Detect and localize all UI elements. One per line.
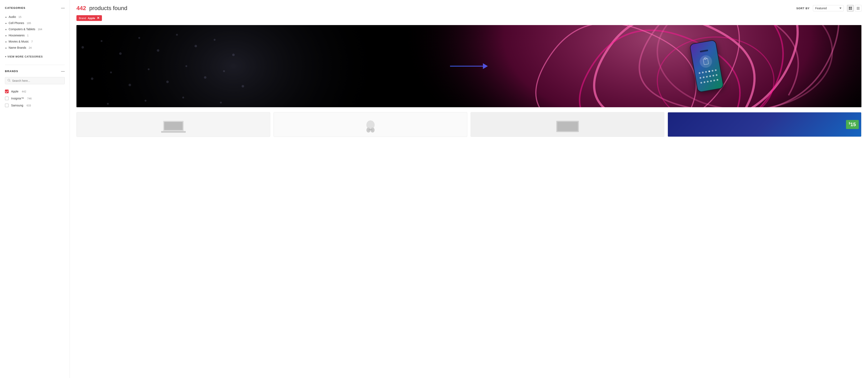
brand-item-apple[interactable]: Apple 442	[5, 88, 65, 95]
product-card[interactable]	[76, 112, 270, 137]
filter-tag-value: Apple	[88, 17, 95, 20]
svg-point-53	[223, 70, 225, 72]
chevron-up-icon: ▲	[5, 40, 7, 43]
brand-search-box[interactable]	[5, 77, 65, 84]
category-count: 15	[19, 15, 21, 19]
brand-count: 633	[27, 104, 31, 107]
chevron-up-icon: ▲	[5, 16, 7, 18]
view-toggle	[847, 5, 861, 11]
svg-rect-82	[351, 25, 861, 107]
svg-point-44	[214, 39, 216, 41]
filter-tags: Brand Apple ✕	[76, 15, 861, 21]
products-label: products found	[89, 5, 127, 11]
product-grid: $15	[76, 112, 861, 137]
brand-checkbox-samsung[interactable]	[5, 103, 9, 107]
svg-point-51	[185, 65, 187, 67]
brand-search-input[interactable]	[12, 79, 62, 83]
category-name: Name Brands	[9, 46, 26, 49]
promo-banner	[76, 25, 861, 107]
brand-filter-tag: Brand Apple ✕	[76, 15, 102, 21]
svg-point-52	[204, 76, 206, 79]
svg-rect-7	[857, 8, 860, 9]
brands-header: BRANDS —	[5, 69, 65, 73]
brand-name: Samsung	[11, 104, 23, 107]
sidebar: CATEGORIES — ▲ Audio 15 ▲ Cell Phones 16…	[0, 0, 70, 378]
category-count: 164	[38, 28, 42, 31]
svg-point-54	[242, 85, 244, 88]
category-count: 24	[29, 46, 32, 49]
category-name: Cell Phones	[9, 21, 24, 25]
svg-rect-9	[76, 25, 391, 107]
grid-view-button[interactable]	[847, 5, 854, 11]
svg-rect-5	[850, 8, 852, 10]
sort-and-view: SORT BY Featured Price Low to High Price…	[796, 5, 861, 11]
brand-checkbox-insignia[interactable]	[5, 97, 9, 100]
svg-point-48	[129, 84, 131, 86]
category-count: 7	[31, 40, 33, 43]
category-name: Audio	[9, 15, 16, 19]
brand-name: Apple	[11, 90, 19, 93]
svg-rect-86	[164, 122, 183, 130]
brand-checkbox-apple[interactable]	[5, 90, 9, 93]
category-item[interactable]: ▲ Name Brands 24	[5, 44, 65, 51]
category-count: 1	[27, 34, 29, 37]
brand-name: Insignia™	[11, 97, 24, 100]
svg-rect-87	[161, 131, 186, 133]
svg-point-49	[148, 68, 150, 70]
brand-item-insignia[interactable]: Insignia™ 746	[5, 95, 65, 102]
svg-point-40	[138, 37, 140, 39]
product-card[interactable]	[471, 112, 664, 137]
pink-swirl-svg	[351, 25, 861, 107]
brand-count: 746	[27, 97, 32, 100]
svg-rect-8	[857, 9, 860, 10]
category-item[interactable]: ▲ Cell Phones 165	[5, 20, 65, 26]
phone-screen	[690, 40, 723, 92]
svg-point-43	[195, 45, 197, 47]
dollar-sign: $	[849, 122, 850, 125]
sidebar-divider	[5, 65, 65, 65]
sort-select[interactable]: Featured Price Low to High Price High to…	[813, 5, 844, 11]
brands-title: BRANDS	[5, 70, 18, 73]
phone-body	[689, 40, 724, 93]
chevron-up-icon: ▲	[5, 22, 7, 24]
categories-header: CATEGORIES —	[5, 6, 65, 10]
svg-point-42	[176, 34, 178, 36]
svg-point-58	[145, 100, 147, 101]
gift-card-value: $15	[846, 120, 859, 129]
svg-point-41	[157, 49, 159, 52]
products-found-heading: 442 products found	[76, 5, 127, 11]
category-item[interactable]: ▲ Housewares 1	[5, 32, 65, 38]
svg-line-1	[10, 81, 10, 82]
svg-point-38	[101, 40, 102, 42]
view-more-categories[interactable]: + VIEW MORE CATEGORIES	[5, 53, 65, 61]
brands-collapse-icon[interactable]: —	[61, 69, 65, 73]
svg-point-37	[82, 46, 84, 49]
product-card[interactable]	[274, 112, 467, 137]
brand-item-samsung[interactable]: Samsung 633	[5, 102, 65, 109]
filter-tag-close[interactable]: ✕	[97, 17, 99, 20]
filter-tag-label: Brand	[79, 17, 86, 20]
svg-point-47	[110, 71, 112, 73]
svg-rect-4	[849, 8, 850, 10]
grid-icon	[849, 7, 852, 10]
category-list: ▲ Audio 15 ▲ Cell Phones 165 ▲ Computers…	[5, 14, 65, 51]
category-name: Housewares	[9, 34, 25, 37]
category-item[interactable]: ▲ Audio 15	[5, 14, 65, 20]
products-count: 442	[76, 5, 86, 11]
brand-count: 442	[22, 90, 26, 93]
main-header: 442 products found SORT BY Featured Pric…	[76, 5, 861, 11]
brands-section: BRANDS — Apple 442 Insignia™	[5, 69, 65, 109]
search-icon	[8, 79, 10, 83]
svg-rect-94	[557, 122, 578, 131]
category-name: Movies & Music	[9, 40, 29, 43]
list-view-button[interactable]	[855, 5, 861, 11]
category-count: 165	[27, 22, 31, 25]
dot-pattern-svg	[76, 25, 391, 107]
product-card-giftcard[interactable]: $15	[668, 112, 861, 137]
svg-rect-3	[850, 7, 852, 8]
chevron-up-icon: ▲	[5, 34, 7, 37]
categories-collapse-icon[interactable]: —	[61, 6, 65, 10]
chevron-up-icon: ▲	[5, 28, 7, 30]
category-item[interactable]: ▲ Movies & Music 7	[5, 38, 65, 44]
category-item[interactable]: ▲ Computers & Tablets 164	[5, 26, 65, 32]
